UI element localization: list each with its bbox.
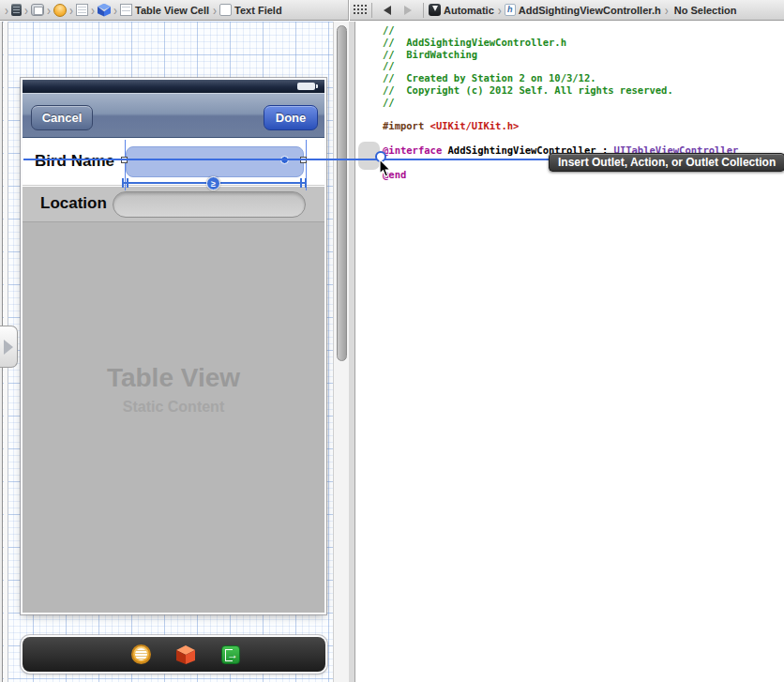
first-responder-dock-icon[interactable] xyxy=(176,645,195,664)
chevron-icon: › xyxy=(662,2,671,18)
code-token-comment: // Copyright (c) 2012 Self. All rights r… xyxy=(383,84,673,96)
measurement-tick xyxy=(122,178,124,188)
table-view-placeholder-area[interactable]: Table View Static Content xyxy=(23,221,324,613)
insert-outlet-tooltip: Insert Outlet, Action, or Outlet Collect… xyxy=(549,153,784,172)
table-view-placeholder-subtitle: Static Content xyxy=(23,399,324,416)
code-token-comment: // Created by Station 2 on 10/3/12. xyxy=(383,72,596,83)
code-line: // Created by Station 2 on 10/3/12. xyxy=(383,72,738,84)
breadcrumb-counterpart[interactable]: Automatic xyxy=(441,5,495,16)
battery-icon xyxy=(297,83,315,90)
divider xyxy=(371,3,372,18)
related-items-icon[interactable] xyxy=(354,5,367,15)
content-view-cube-icon[interactable] xyxy=(98,4,111,17)
pane-splitter[interactable] xyxy=(349,22,355,682)
counterpart-tuxedo-icon[interactable] xyxy=(429,4,441,16)
code-line: #import <UIKit/UIKit.h> xyxy=(383,120,738,132)
chevron-icon: › xyxy=(44,2,53,18)
assistant-editor-jump-bar: Automatic › h AddSightingViewController.… xyxy=(350,0,784,21)
table-view-cell-icon[interactable] xyxy=(120,4,132,16)
code-line: // xyxy=(383,97,738,109)
code-token-comment: // AddSightingViewController.h xyxy=(383,37,566,48)
code-token-comment: // xyxy=(383,60,395,71)
code-token-comment: // xyxy=(383,97,395,108)
table-view-controller-dock-icon[interactable] xyxy=(131,644,151,664)
breadcrumb-file-name[interactable]: AddSightingViewController.h xyxy=(516,5,662,16)
breadcrumb-text-field[interactable]: Text Field xyxy=(232,5,283,16)
text-field-icon[interactable] xyxy=(219,4,232,16)
header-file-icon[interactable]: h xyxy=(505,4,516,16)
view-controller-icon[interactable] xyxy=(53,4,67,17)
location-label[interactable]: Location xyxy=(40,194,107,213)
chevron-icon: › xyxy=(210,2,219,18)
code-line: // AddSightingViewController.h xyxy=(383,37,738,49)
chevron-icon: › xyxy=(88,2,98,18)
measurement-tick xyxy=(127,178,128,188)
document-outline-expander-button[interactable] xyxy=(0,326,18,368)
storyboard-icon[interactable] xyxy=(31,4,44,16)
navigation-bar[interactable]: Cancel Done xyxy=(23,93,324,138)
code-token-preprocessor: #import xyxy=(383,120,430,131)
chevron-icon: › xyxy=(2,2,11,18)
measurement-tick xyxy=(300,178,302,188)
table-view-icon[interactable] xyxy=(76,4,88,16)
code-line xyxy=(383,109,738,121)
code-line xyxy=(383,132,738,144)
divider xyxy=(423,3,424,18)
breadcrumb-table-view-cell[interactable]: Table View Cell xyxy=(132,5,210,16)
mouse-cursor-icon xyxy=(379,159,393,178)
code-token-keyword: @interface xyxy=(383,144,448,156)
chevron-icon: › xyxy=(495,2,505,18)
measurement-tick xyxy=(305,178,307,188)
code-line: // BirdWatching xyxy=(383,49,738,61)
interface-builder-jump-bar: › › › › › › Table View Cell › Text Field xyxy=(0,0,349,21)
code-line: // xyxy=(383,60,738,72)
canvas-scrollbar-thumb[interactable] xyxy=(337,25,347,361)
bird-name-label[interactable]: Bird Name xyxy=(35,152,114,171)
status-bar xyxy=(23,80,324,93)
breadcrumb-selection[interactable]: No Selection xyxy=(671,5,738,16)
resize-constraint-badge[interactable]: ≥ xyxy=(206,176,220,190)
chevron-icon: › xyxy=(22,2,31,18)
location-table-cell[interactable]: Location xyxy=(23,187,324,221)
location-text-field[interactable] xyxy=(113,191,306,218)
code-line: // xyxy=(383,24,738,37)
code-token-string: <UIKit/UIKit.h> xyxy=(430,120,520,131)
code-token-comment: // xyxy=(383,24,395,36)
code-token-comment: // BirdWatching xyxy=(383,49,477,60)
exit-segue-dock-icon[interactable] xyxy=(221,645,240,664)
chevron-icon: › xyxy=(111,2,120,18)
canvas-scrollbar-track[interactable] xyxy=(333,22,349,682)
table-view-placeholder-title: Table View xyxy=(23,363,324,393)
chevron-icon: › xyxy=(67,2,76,18)
done-button[interactable]: Done xyxy=(264,105,318,130)
cancel-button[interactable]: Cancel xyxy=(31,105,93,130)
scene-document-icon[interactable] xyxy=(11,4,22,16)
bird-name-text-field-selected[interactable] xyxy=(126,146,304,177)
xcode-window: › › › › › › Table View Cell › Text Field… xyxy=(0,0,784,682)
forward-arrow-button[interactable] xyxy=(404,6,412,15)
code-line: // Copyright (c) 2012 Self. All rights r… xyxy=(383,84,738,97)
back-arrow-button[interactable] xyxy=(384,6,391,15)
scene-dock xyxy=(23,637,325,672)
